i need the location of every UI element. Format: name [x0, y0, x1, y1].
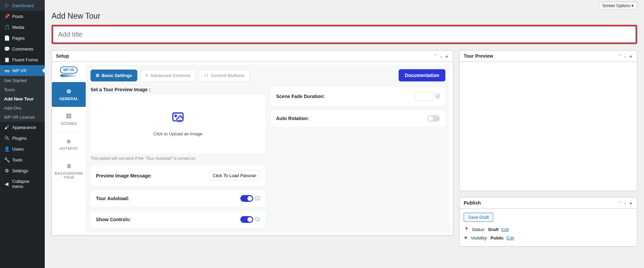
- vtab-scenes[interactable]: 🖼SCENES: [52, 107, 86, 132]
- sidebar-item-label: Settings: [12, 168, 28, 173]
- info-icon[interactable]: ⓘ: [255, 195, 260, 202]
- sidebar-item-label: Dashboard: [12, 3, 34, 8]
- user-icon: 👤: [3, 146, 10, 152]
- move-down-icon[interactable]: ⌄: [623, 54, 627, 58]
- publish-header: Publish: [464, 200, 481, 206]
- move-up-icon[interactable]: ⌃: [618, 54, 621, 58]
- show-controls-label: Show Controls:: [96, 217, 131, 222]
- sliders-icon: ⚙: [3, 168, 10, 173]
- save-draft-button[interactable]: Save Draft: [464, 213, 493, 222]
- sidebar-item-label: Media: [12, 25, 24, 30]
- pin-icon: 📌: [3, 14, 10, 19]
- sidebar-item-tools[interactable]: 🔧Tools: [0, 154, 45, 165]
- submenu-license[interactable]: WP VR License: [0, 113, 45, 122]
- sidebar-item-label: Fluent Forms: [12, 57, 38, 62]
- wrench-icon: 🔧: [3, 157, 10, 162]
- rotation-label: Auto Rotation:: [276, 116, 309, 121]
- upload-image-box[interactable]: Click to Upload an Image: [90, 94, 265, 153]
- upload-icon: [97, 111, 259, 128]
- visibility-edit-link[interactable]: Edit: [506, 235, 514, 241]
- move-up-icon[interactable]: ⌃: [434, 54, 437, 58]
- fade-input[interactable]: [416, 92, 433, 101]
- sidebar-item-settings[interactable]: ⚙Settings: [0, 165, 45, 176]
- gear-icon: ⚙: [53, 88, 84, 95]
- info-icon[interactable]: ⓘ: [255, 216, 260, 223]
- sidebar-item-label: Appearance: [12, 125, 36, 130]
- move-up-icon[interactable]: ⌃: [618, 200, 621, 205]
- vtab-hotspot[interactable]: ⊕HOTSPOT: [52, 132, 86, 157]
- svg-point-1: [175, 115, 177, 117]
- autoload-label: Tour Autoload:: [96, 196, 129, 201]
- target-icon: ⊕: [53, 138, 84, 145]
- media-icon: 🎵: [3, 24, 10, 30]
- move-down-icon[interactable]: ⌄: [623, 200, 627, 205]
- image-icon: 🖼: [53, 113, 84, 119]
- page-title: Add New Tour: [52, 12, 637, 21]
- submenu-get-started[interactable]: Get Started: [0, 76, 45, 85]
- preview-msg-input[interactable]: [209, 170, 260, 181]
- htab-basic[interactable]: ⚙Basic Settings: [90, 70, 137, 81]
- visibility-label: Visibility:: [471, 235, 488, 241]
- publish-postbox: Publish ⌃ ⌄ ▲ Save Draft 📍 Status: Draft: [459, 197, 637, 247]
- collapse-icon: ◀: [3, 181, 10, 187]
- show-controls-toggle[interactable]: [240, 216, 253, 223]
- sidebar-item-users[interactable]: 👤Users: [0, 143, 45, 154]
- preview-header: Tour Preview: [464, 53, 493, 59]
- preview-msg-label: Preview Image Message:: [96, 173, 152, 178]
- sidebar-item-label: Users: [12, 147, 24, 152]
- forms-icon: 📋: [3, 57, 10, 62]
- sidebar-item-plugins[interactable]: 🔌Plugins: [0, 133, 45, 143]
- sidebar-item-pages[interactable]: 📄Pages: [0, 33, 45, 43]
- htab-advanced[interactable]: ≡Advanced Controls: [141, 70, 196, 81]
- sidebar-item-posts[interactable]: 📌Posts: [0, 11, 45, 22]
- upload-text: Click to Upload an Image: [97, 131, 259, 136]
- admin-sidebar: ⏲Dashboard 📌Posts 🎵Media 📄Pages 💬Comment…: [0, 0, 45, 268]
- toggle-icon[interactable]: ▲: [629, 200, 633, 205]
- screen-options-button[interactable]: Screen Options ▾: [599, 2, 637, 10]
- htab-control[interactable]: ⫶⫶Control Buttons: [199, 70, 249, 81]
- sidebar-item-label: Collapse menu: [12, 179, 41, 189]
- sidebar-item-fluentforms[interactable]: 📋Fluent Forms: [0, 54, 45, 65]
- sidebar-item-appearance[interactable]: 🖌Appearance: [0, 122, 45, 133]
- title-input[interactable]: [53, 26, 636, 43]
- vtab-background[interactable]: 🖥BACKGROUND TOUR: [52, 157, 86, 186]
- preview-postbox: Tour Preview ⌃ ⌄ ▲: [459, 50, 637, 191]
- pages-icon: 📄: [3, 35, 10, 41]
- dashboard-icon: ⏲: [3, 3, 10, 8]
- documentation-button[interactable]: Documentation: [399, 69, 445, 81]
- sidebar-item-wpvr[interactable]: 🥽WP VR: [0, 65, 45, 76]
- sidebar-item-media[interactable]: 🎵Media: [0, 22, 45, 33]
- submenu-add-new-tour[interactable]: Add New Tour: [0, 94, 45, 103]
- sidebar-item-label: Comments: [12, 46, 34, 52]
- visibility-value: Public: [490, 235, 504, 241]
- status-edit-link[interactable]: Edit: [501, 227, 509, 232]
- sidebar-item-label: Pages: [12, 36, 25, 41]
- gear-icon: ⚙: [96, 73, 100, 78]
- toggle-icon[interactable]: ▲: [629, 54, 633, 58]
- sliders-icon: ≡: [146, 73, 148, 78]
- info-icon[interactable]: ⓘ: [435, 93, 440, 99]
- fade-label: Scene Fade Duration:: [276, 94, 325, 99]
- plug-icon: 🔌: [3, 135, 10, 141]
- monitor-icon: 🖥: [53, 163, 84, 169]
- controls-icon: ⫶⫶: [204, 73, 209, 78]
- move-down-icon[interactable]: ⌄: [439, 54, 443, 58]
- sidebar-item-label: Plugins: [12, 136, 27, 141]
- vr-icon: 🥽: [3, 68, 10, 73]
- vtab-general[interactable]: ⚙GENERAL: [52, 82, 86, 107]
- sidebar-item-collapse[interactable]: ◀Collapse menu: [0, 176, 45, 192]
- submenu-addons[interactable]: Add-Ons: [0, 103, 45, 113]
- setup-postbox: Setup ⌃ ⌄ ▲ WP VR ⚙G: [52, 50, 453, 235]
- toggle-icon[interactable]: ▲: [445, 54, 449, 58]
- autoload-toggle[interactable]: [240, 195, 253, 202]
- status-value: Draft: [488, 227, 498, 232]
- status-label: Status:: [472, 227, 485, 232]
- submenu-tours[interactable]: Tours: [0, 85, 45, 94]
- sidebar-item-dashboard[interactable]: ⏲Dashboard: [0, 0, 45, 11]
- sidebar-item-label: Posts: [12, 14, 23, 19]
- rotation-toggle[interactable]: [427, 115, 440, 122]
- setup-header: Setup: [56, 53, 69, 59]
- sidebar-item-comments[interactable]: 💬Comments: [0, 43, 45, 54]
- upload-hint: This option will not work if the "Tour A…: [90, 156, 265, 161]
- key-icon: 📍: [464, 227, 469, 232]
